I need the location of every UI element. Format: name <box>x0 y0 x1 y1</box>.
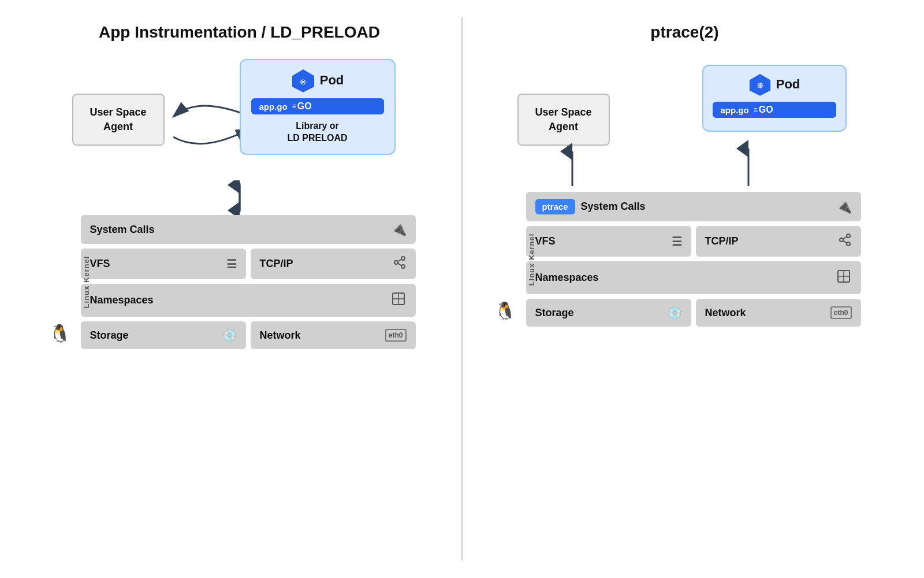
top-row: User SpaceAgent ⎈ Pod app.go <box>61 59 419 186</box>
box-icon-2 <box>836 268 852 287</box>
go-logo-1: ≡GO <box>292 101 312 112</box>
kernel-label-2: Linux Kernel <box>527 233 535 286</box>
diagram-ptrace: ptrace(2) User SpaceAgent ⎈ Pod <box>468 17 901 561</box>
vfs-cell-2: VFS ☰ <box>526 226 691 257</box>
vfs-tcpip-row-2: VFS ☰ TCP/IP <box>526 226 861 257</box>
vertical-arrow-1 <box>61 186 419 215</box>
agent-box-1: User SpaceAgent <box>72 94 165 146</box>
eth-icon-2: eth0 <box>830 306 852 319</box>
pod-header-2: ⎈ Pod <box>748 73 800 96</box>
diagram-divider <box>461 17 463 561</box>
library-text-1: Library orLD PRELOAD <box>288 120 348 144</box>
network-label-2: Network <box>705 307 746 319</box>
storage-cell-2: Storage 💿 <box>526 299 691 327</box>
svg-point-10 <box>401 265 405 268</box>
storage-cell-1: Storage 💿 <box>81 321 246 349</box>
agent-label-2: User SpaceAgent <box>535 106 591 132</box>
kernel-section-2: Linux Kernel 🐧 ptrace System Calls 🔌 <box>526 192 861 327</box>
storage-network-row-2: Storage 💿 Network eth0 <box>526 299 861 327</box>
svg-line-26 <box>843 241 847 243</box>
pod-box-2: ⎈ Pod app.go ≡GO <box>702 65 847 132</box>
plug-icon-1: 🔌 <box>391 222 407 237</box>
svg-point-23 <box>840 238 843 242</box>
agent-box-2: User SpaceAgent <box>517 94 610 146</box>
vfs-tcpip-row-1: VFS ☰ TCP/IP <box>81 249 416 279</box>
top-row-2: User SpaceAgent ⎈ Pod app.go ≡GO <box>506 59 864 186</box>
svg-point-24 <box>847 242 850 246</box>
tcpip-cell-1: TCP/IP <box>251 249 416 279</box>
tux-icon-2: 🐧 <box>494 301 516 321</box>
box-icon-1 <box>390 291 407 310</box>
diagrams-container: App Instrumentation / LD_PRELOAD User Sp… <box>23 17 901 561</box>
tcpip-cell-2: TCP/IP <box>696 226 861 257</box>
app-go-text-1: app.go <box>259 102 288 112</box>
vfs-cell-1: VFS ☰ <box>81 249 246 279</box>
agent-label-1: User SpaceAgent <box>90 106 146 132</box>
network-cell-2: Network eth0 <box>696 299 861 327</box>
svg-text:⎈: ⎈ <box>757 79 763 91</box>
plug-icon-2: 🔌 <box>836 199 852 214</box>
share-icon-2 <box>838 233 852 250</box>
pod-box-1: ⎈ Pod app.go ≡GO Library orLD PRELOAD <box>240 59 396 155</box>
syscalls-left-2: ptrace System Calls <box>535 199 646 214</box>
vfs-icon-1: ☰ <box>226 257 237 271</box>
vfs-icon-2: ☰ <box>672 235 682 249</box>
diagram-1-title: App Instrumentation / LD_PRELOAD <box>99 23 380 42</box>
kernel-rows-2: ptrace System Calls 🔌 VFS ☰ TCP <box>526 192 861 327</box>
k8s-icon-2: ⎈ <box>748 73 772 96</box>
share-icon-1 <box>393 255 407 272</box>
svg-line-11 <box>398 260 401 262</box>
syscalls-row-1: System Calls 🔌 <box>81 215 416 244</box>
pod-label-1: Pod <box>320 73 344 88</box>
diagram-ld-preload: App Instrumentation / LD_PRELOAD User Sp… <box>23 17 456 561</box>
namespaces-label-1: Namespaces <box>90 294 154 306</box>
svg-point-9 <box>394 261 398 264</box>
diagram-1-layout: User SpaceAgent ⎈ Pod app.go <box>61 59 419 349</box>
app-go-text-2: app.go <box>721 105 749 115</box>
tux-icon-1: 🐧 <box>49 323 70 343</box>
k8s-icon-1: ⎈ <box>291 68 315 92</box>
namespaces-label-2: Namespaces <box>535 272 599 284</box>
syscalls-row-2: ptrace System Calls 🔌 <box>526 192 861 221</box>
svg-point-22 <box>847 234 850 238</box>
namespaces-row-2: Namespaces <box>526 261 861 294</box>
storage-label-2: Storage <box>535 307 574 319</box>
disk-icon-2: 💿 <box>668 306 682 320</box>
svg-line-25 <box>843 237 847 239</box>
ptrace-badge-2: ptrace <box>535 199 575 214</box>
svg-text:⎈: ⎈ <box>300 75 306 87</box>
svg-point-8 <box>401 257 405 260</box>
go-logo-2: ≡GO <box>754 105 773 115</box>
vfs-label-2: VFS <box>535 235 556 247</box>
pod-label-2: Pod <box>776 77 800 92</box>
kernel-section-1: Linux Kernel 🐧 System Calls 🔌 VFS ☰ <box>81 215 416 349</box>
vfs-label-1: VFS <box>90 258 110 270</box>
pod-header-1: ⎈ Pod <box>291 68 344 92</box>
svg-line-12 <box>398 264 401 266</box>
diagram-2-title: ptrace(2) <box>650 23 718 42</box>
tcpip-label-1: TCP/IP <box>260 258 293 270</box>
namespaces-row-1: Namespaces <box>81 284 416 317</box>
syscalls-label-1: System Calls <box>90 224 155 236</box>
app-go-bar-1: app.go ≡GO <box>251 98 384 114</box>
eth-icon-1: eth0 <box>385 329 407 342</box>
network-cell-1: Network eth0 <box>251 321 416 349</box>
diagram-2-layout: User SpaceAgent ⎈ Pod app.go ≡GO <box>506 59 864 327</box>
disk-icon-1: 💿 <box>222 328 237 342</box>
app-go-bar-2: app.go ≡GO <box>713 102 836 118</box>
network-label-1: Network <box>260 329 301 342</box>
syscalls-label-2: System Calls <box>581 201 646 213</box>
storage-network-row-1: Storage 💿 Network eth0 <box>81 321 416 349</box>
storage-label-1: Storage <box>90 329 129 342</box>
kernel-label-1: Linux Kernel <box>81 256 90 309</box>
kernel-rows-1: System Calls 🔌 VFS ☰ TCP/IP <box>81 215 416 349</box>
tcpip-label-2: TCP/IP <box>705 235 739 247</box>
